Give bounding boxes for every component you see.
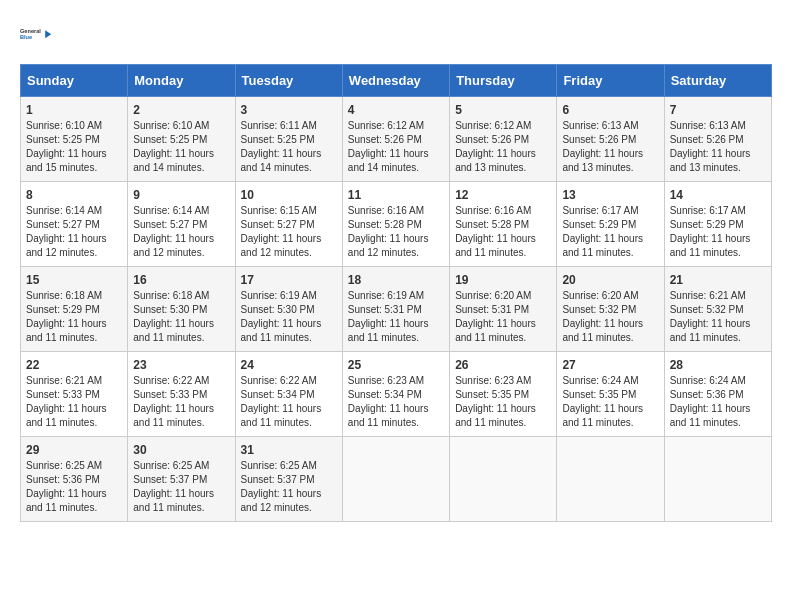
- calendar-cell: 27Sunrise: 6:24 AMSunset: 5:35 PMDayligh…: [557, 352, 664, 437]
- svg-text:General: General: [20, 28, 41, 34]
- calendar-cell: 11Sunrise: 6:16 AMSunset: 5:28 PMDayligh…: [342, 182, 449, 267]
- day-number: 13: [562, 188, 658, 202]
- day-number: 14: [670, 188, 766, 202]
- day-number: 16: [133, 273, 229, 287]
- calendar-cell: 16Sunrise: 6:18 AMSunset: 5:30 PMDayligh…: [128, 267, 235, 352]
- day-number: 26: [455, 358, 551, 372]
- calendar-cell: 14Sunrise: 6:17 AMSunset: 5:29 PMDayligh…: [664, 182, 771, 267]
- calendar-cell: [450, 437, 557, 522]
- calendar-cell: 20Sunrise: 6:20 AMSunset: 5:32 PMDayligh…: [557, 267, 664, 352]
- calendar-table: SundayMondayTuesdayWednesdayThursdayFrid…: [20, 64, 772, 522]
- calendar-cell: [664, 437, 771, 522]
- day-number: 12: [455, 188, 551, 202]
- calendar-cell: [557, 437, 664, 522]
- svg-text:Blue: Blue: [20, 34, 32, 40]
- header-friday: Friday: [557, 65, 664, 97]
- day-number: 27: [562, 358, 658, 372]
- calendar-cell: 23Sunrise: 6:22 AMSunset: 5:33 PMDayligh…: [128, 352, 235, 437]
- calendar-header-row: SundayMondayTuesdayWednesdayThursdayFrid…: [21, 65, 772, 97]
- header-wednesday: Wednesday: [342, 65, 449, 97]
- header-sunday: Sunday: [21, 65, 128, 97]
- day-number: 6: [562, 103, 658, 117]
- logo-icon: GeneralBlue: [20, 20, 52, 48]
- calendar-cell: 25Sunrise: 6:23 AMSunset: 5:34 PMDayligh…: [342, 352, 449, 437]
- calendar-cell: 12Sunrise: 6:16 AMSunset: 5:28 PMDayligh…: [450, 182, 557, 267]
- calendar-cell: 1Sunrise: 6:10 AMSunset: 5:25 PMDaylight…: [21, 97, 128, 182]
- day-number: 17: [241, 273, 337, 287]
- day-number: 3: [241, 103, 337, 117]
- calendar-cell: 29Sunrise: 6:25 AMSunset: 5:36 PMDayligh…: [21, 437, 128, 522]
- day-number: 18: [348, 273, 444, 287]
- day-number: 30: [133, 443, 229, 457]
- day-number: 1: [26, 103, 122, 117]
- calendar-cell: 17Sunrise: 6:19 AMSunset: 5:30 PMDayligh…: [235, 267, 342, 352]
- day-number: 8: [26, 188, 122, 202]
- day-number: 19: [455, 273, 551, 287]
- day-number: 5: [455, 103, 551, 117]
- header-thursday: Thursday: [450, 65, 557, 97]
- calendar-cell: 18Sunrise: 6:19 AMSunset: 5:31 PMDayligh…: [342, 267, 449, 352]
- day-number: 28: [670, 358, 766, 372]
- header-tuesday: Tuesday: [235, 65, 342, 97]
- calendar-cell: 13Sunrise: 6:17 AMSunset: 5:29 PMDayligh…: [557, 182, 664, 267]
- header-saturday: Saturday: [664, 65, 771, 97]
- calendar-cell: 15Sunrise: 6:18 AMSunset: 5:29 PMDayligh…: [21, 267, 128, 352]
- day-number: 24: [241, 358, 337, 372]
- calendar-cell: 10Sunrise: 6:15 AMSunset: 5:27 PMDayligh…: [235, 182, 342, 267]
- logo: GeneralBlue: [20, 20, 52, 48]
- calendar-cell: 9Sunrise: 6:14 AMSunset: 5:27 PMDaylight…: [128, 182, 235, 267]
- day-number: 23: [133, 358, 229, 372]
- calendar-cell: 24Sunrise: 6:22 AMSunset: 5:34 PMDayligh…: [235, 352, 342, 437]
- day-number: 2: [133, 103, 229, 117]
- day-number: 29: [26, 443, 122, 457]
- calendar-cell: 6Sunrise: 6:13 AMSunset: 5:26 PMDaylight…: [557, 97, 664, 182]
- calendar-cell: 28Sunrise: 6:24 AMSunset: 5:36 PMDayligh…: [664, 352, 771, 437]
- calendar-cell: 26Sunrise: 6:23 AMSunset: 5:35 PMDayligh…: [450, 352, 557, 437]
- calendar-cell: 31Sunrise: 6:25 AMSunset: 5:37 PMDayligh…: [235, 437, 342, 522]
- svg-marker-2: [45, 30, 51, 38]
- calendar-cell: 7Sunrise: 6:13 AMSunset: 5:26 PMDaylight…: [664, 97, 771, 182]
- day-number: 7: [670, 103, 766, 117]
- calendar-cell: 30Sunrise: 6:25 AMSunset: 5:37 PMDayligh…: [128, 437, 235, 522]
- calendar-cell: 4Sunrise: 6:12 AMSunset: 5:26 PMDaylight…: [342, 97, 449, 182]
- calendar-cell: [342, 437, 449, 522]
- calendar-cell: 3Sunrise: 6:11 AMSunset: 5:25 PMDaylight…: [235, 97, 342, 182]
- day-number: 22: [26, 358, 122, 372]
- calendar-cell: 2Sunrise: 6:10 AMSunset: 5:25 PMDaylight…: [128, 97, 235, 182]
- calendar-cell: 22Sunrise: 6:21 AMSunset: 5:33 PMDayligh…: [21, 352, 128, 437]
- calendar-cell: 19Sunrise: 6:20 AMSunset: 5:31 PMDayligh…: [450, 267, 557, 352]
- page-header: GeneralBlue: [20, 20, 772, 48]
- calendar-week-5: 29Sunrise: 6:25 AMSunset: 5:36 PMDayligh…: [21, 437, 772, 522]
- day-number: 15: [26, 273, 122, 287]
- calendar-cell: 5Sunrise: 6:12 AMSunset: 5:26 PMDaylight…: [450, 97, 557, 182]
- day-number: 31: [241, 443, 337, 457]
- day-number: 20: [562, 273, 658, 287]
- day-number: 4: [348, 103, 444, 117]
- calendar-week-1: 1Sunrise: 6:10 AMSunset: 5:25 PMDaylight…: [21, 97, 772, 182]
- day-number: 21: [670, 273, 766, 287]
- calendar-week-4: 22Sunrise: 6:21 AMSunset: 5:33 PMDayligh…: [21, 352, 772, 437]
- day-number: 11: [348, 188, 444, 202]
- calendar-week-2: 8Sunrise: 6:14 AMSunset: 5:27 PMDaylight…: [21, 182, 772, 267]
- day-number: 25: [348, 358, 444, 372]
- calendar-cell: 8Sunrise: 6:14 AMSunset: 5:27 PMDaylight…: [21, 182, 128, 267]
- day-number: 9: [133, 188, 229, 202]
- day-number: 10: [241, 188, 337, 202]
- calendar-cell: 21Sunrise: 6:21 AMSunset: 5:32 PMDayligh…: [664, 267, 771, 352]
- header-monday: Monday: [128, 65, 235, 97]
- calendar-week-3: 15Sunrise: 6:18 AMSunset: 5:29 PMDayligh…: [21, 267, 772, 352]
